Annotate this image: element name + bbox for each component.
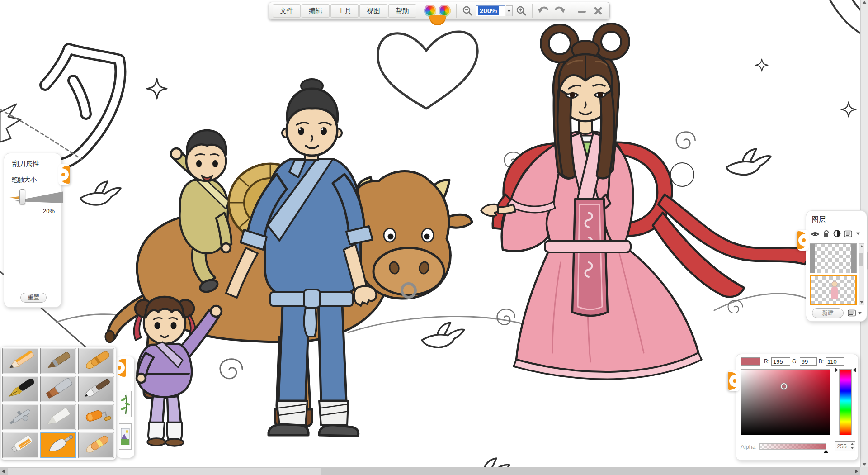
redo-icon bbox=[554, 5, 566, 16]
panel-title: 刮刀属性 bbox=[12, 160, 39, 168]
layers-collapse-handle[interactable] bbox=[797, 230, 809, 251]
red-value-input[interactable] bbox=[771, 357, 790, 366]
alpha-spinner[interactable] bbox=[835, 441, 855, 451]
layer-content-preview bbox=[829, 280, 840, 300]
saturation-value-gradient[interactable] bbox=[741, 369, 830, 435]
layers-title: 图层 bbox=[812, 215, 826, 224]
alpha-slider[interactable] bbox=[760, 443, 826, 450]
blue-label: B: bbox=[819, 358, 824, 365]
tool-fountain-pen[interactable] bbox=[2, 376, 38, 402]
zoom-level-input[interactable]: 200% bbox=[476, 5, 505, 16]
weaver-girl-figure bbox=[481, 24, 809, 379]
brush-cursor bbox=[670, 163, 694, 186]
tool-paint-tube[interactable] bbox=[2, 432, 38, 458]
spinner-up-icon[interactable] bbox=[850, 443, 854, 445]
hue-marker-left-icon[interactable] bbox=[835, 368, 838, 372]
tool-palette bbox=[1, 347, 116, 460]
app-mascot-logo bbox=[423, 3, 453, 19]
current-color-swatch bbox=[741, 357, 760, 366]
reset-button[interactable]: 重置 bbox=[20, 293, 47, 303]
tool-airbrush[interactable] bbox=[2, 404, 38, 430]
mascot-eye-left-icon bbox=[424, 5, 436, 17]
picture-stamp-button[interactable] bbox=[119, 423, 132, 450]
redo-button[interactable] bbox=[552, 4, 567, 18]
menu-file[interactable]: 文件 bbox=[273, 4, 301, 18]
layer-menu-icon[interactable] bbox=[844, 230, 853, 238]
alpha-label: Alpha bbox=[741, 443, 755, 450]
bamboo-stamp-button[interactable] bbox=[119, 391, 132, 417]
color-cursor[interactable] bbox=[781, 383, 787, 390]
layer-menu-dropdown-icon[interactable] bbox=[856, 233, 860, 235]
close-button[interactable] bbox=[590, 4, 606, 18]
palette-collapse-handle[interactable] bbox=[114, 357, 126, 378]
tool-scraper-selected[interactable] bbox=[40, 432, 76, 458]
tool-pencil[interactable] bbox=[2, 348, 38, 374]
layer-thumbnail-1[interactable] bbox=[810, 243, 857, 273]
color-picker-panel: R: G: B: Alpha bbox=[736, 354, 859, 461]
layer-opacity-contrast-icon[interactable] bbox=[833, 230, 841, 238]
blue-value-input[interactable] bbox=[826, 357, 844, 366]
zoom-out-button[interactable] bbox=[460, 4, 475, 18]
menu-help[interactable]: 帮助 bbox=[388, 4, 416, 18]
tool-paper-stump[interactable] bbox=[40, 404, 76, 430]
layer-visibility-eye-icon[interactable] bbox=[811, 230, 820, 238]
slider-handle[interactable] bbox=[19, 189, 25, 204]
girl-figure bbox=[134, 297, 222, 446]
tool-crayon[interactable] bbox=[78, 348, 114, 374]
menu-edit[interactable]: 编辑 bbox=[302, 4, 330, 18]
main-toolbar: 文件 编辑 工具 视图 帮助 200% bbox=[269, 2, 610, 20]
sparkle-stars bbox=[147, 59, 856, 117]
xi-character bbox=[45, 49, 120, 164]
layer-lock-open-icon[interactable] bbox=[823, 230, 830, 238]
minimize-button[interactable] bbox=[574, 4, 590, 18]
colors-collapse-handle[interactable] bbox=[728, 370, 740, 391]
layers-scrollbar[interactable] bbox=[859, 243, 864, 305]
alpha-value-input[interactable] bbox=[835, 442, 849, 451]
alpha-marker-icon[interactable] bbox=[824, 450, 828, 453]
green-value-input[interactable] bbox=[800, 357, 817, 366]
scroll-up-icon[interactable] bbox=[862, 1, 867, 4]
layers-panel: 图层 新建 bbox=[806, 210, 867, 322]
green-label: G: bbox=[792, 358, 798, 365]
tool-round-brush[interactable] bbox=[78, 376, 114, 402]
zoom-level-value[interactable]: 200% bbox=[478, 6, 499, 15]
undo-icon bbox=[538, 5, 549, 16]
tool-charcoal-stick[interactable] bbox=[40, 348, 76, 374]
layer-thumbnail-2-active[interactable] bbox=[810, 275, 857, 305]
mascot-eye-right-icon bbox=[439, 5, 451, 17]
tool-eraser-stick[interactable] bbox=[78, 432, 114, 458]
bamboo-icon bbox=[121, 393, 130, 415]
hue-marker-right-icon[interactable] bbox=[853, 368, 856, 372]
cowherd-figure bbox=[226, 79, 376, 436]
scroll-down-icon[interactable] bbox=[862, 463, 867, 466]
scrollbar-corner bbox=[860, 467, 868, 475]
panel-collapse-handle[interactable] bbox=[58, 164, 70, 185]
scraper-properties-panel: 刮刀属性 笔触大小 20% 重置 bbox=[4, 153, 61, 308]
layers-options-dropdown-icon[interactable] bbox=[858, 312, 862, 314]
hue-slider[interactable] bbox=[839, 369, 852, 435]
spinner-down-icon[interactable] bbox=[850, 447, 854, 449]
zoom-out-icon bbox=[462, 5, 473, 16]
scroll-left-icon[interactable] bbox=[2, 469, 5, 474]
tool-flat-brush[interactable] bbox=[40, 376, 76, 402]
tool-paint-roller[interactable] bbox=[78, 404, 114, 430]
picture-icon bbox=[121, 426, 130, 447]
layers-scroll-thumb[interactable] bbox=[859, 253, 863, 266]
brush-size-slider[interactable] bbox=[13, 191, 63, 203]
heart-outline bbox=[378, 32, 478, 109]
brush-size-label: 笔触大小 bbox=[11, 176, 37, 184]
canvas-horizontal-scrollbar[interactable] bbox=[0, 467, 860, 475]
menu-view[interactable]: 视图 bbox=[359, 4, 387, 18]
zoom-dropdown-button[interactable] bbox=[506, 5, 513, 16]
palette-side-strip bbox=[116, 356, 134, 458]
horizontal-scroll-thumb[interactable] bbox=[8, 468, 321, 475]
zoom-in-button[interactable] bbox=[514, 4, 529, 18]
undo-button[interactable] bbox=[536, 4, 551, 18]
scroll-right-icon[interactable] bbox=[855, 469, 858, 474]
layers-options-icon[interactable] bbox=[848, 309, 856, 317]
close-icon bbox=[594, 6, 603, 15]
brush-size-value: 20% bbox=[43, 208, 55, 214]
new-layer-button[interactable]: 新建 bbox=[812, 308, 844, 318]
minimize-icon bbox=[577, 6, 586, 15]
menu-tools[interactable]: 工具 bbox=[330, 4, 359, 18]
